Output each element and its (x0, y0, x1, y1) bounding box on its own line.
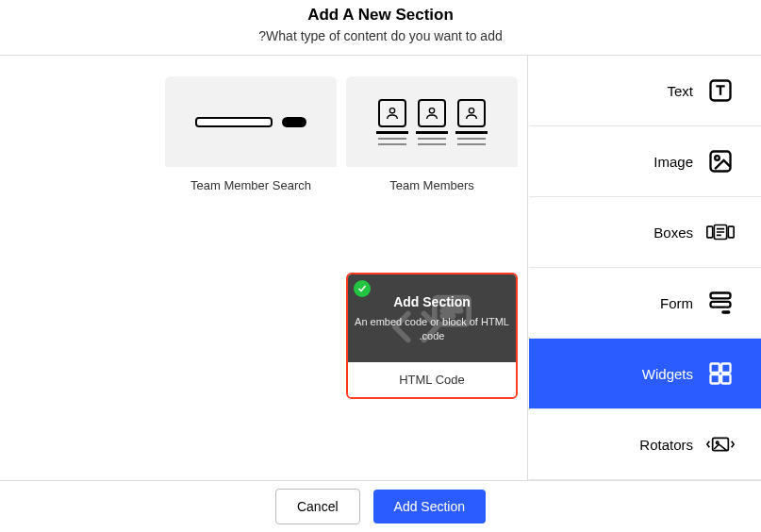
sidebar-item-label: Form (660, 295, 693, 311)
card-html-code[interactable]: Add Section An embed code or block of HT… (346, 273, 518, 399)
sidebar-item-label: Rotators (639, 437, 693, 453)
svg-rect-6 (711, 293, 731, 299)
add-section-modal: Add A New Section What type of content d… (0, 0, 761, 532)
modal-content: Text Image Boxes Form (0, 55, 761, 480)
form-icon (706, 289, 735, 317)
category-sidebar: Text Image Boxes Form (528, 56, 761, 480)
svg-rect-11 (711, 374, 720, 383)
card-label: HTML Code (348, 362, 516, 397)
card-team-member-search[interactable]: Team Member Search (165, 76, 337, 203)
card-preview (165, 76, 337, 167)
svg-rect-12 (721, 374, 730, 383)
sidebar-item-label: Text (667, 83, 693, 99)
svg-rect-7 (711, 302, 731, 308)
svg-point-2 (715, 156, 720, 160)
svg-point-15 (469, 108, 473, 112)
sidebar-item-boxes[interactable]: Boxes (529, 197, 761, 268)
card-label: Team Member Search (165, 167, 337, 203)
add-section-button[interactable]: Add Section (373, 490, 487, 524)
rotators-icon (706, 430, 735, 458)
card-preview: Add Section An embed code or block of HT… (348, 274, 516, 362)
svg-point-14 (716, 441, 719, 444)
overlay-title: Add Section (393, 294, 471, 309)
modal-subtitle: What type of content do you want to add? (0, 28, 761, 43)
card-preview (346, 76, 518, 167)
sidebar-item-label: Boxes (653, 224, 693, 241)
svg-rect-10 (721, 364, 730, 373)
sidebar-item-rotators[interactable]: Rotators (529, 409, 761, 480)
overlay-description: An embed code or block of HTML code. (354, 315, 510, 343)
widgets-icon (706, 359, 735, 388)
svg-rect-1 (711, 152, 731, 172)
svg-rect-8 (721, 310, 730, 314)
svg-point-17 (389, 108, 394, 112)
modal-footer: Add Section Cancel (0, 480, 761, 532)
check-icon (354, 280, 371, 297)
svg-rect-3 (707, 226, 713, 238)
sidebar-item-text[interactable]: Text (529, 56, 761, 126)
modal-header: Add A New Section What type of content d… (0, 0, 761, 55)
modal-title: Add A New Section (0, 6, 761, 25)
svg-rect-5 (728, 226, 734, 238)
text-icon (706, 76, 735, 105)
sidebar-item-image[interactable]: Image (529, 126, 761, 197)
sidebar-item-label: Image (653, 154, 693, 170)
card-team-members[interactable]: Team Members (346, 76, 518, 203)
svg-point-16 (429, 108, 434, 112)
selected-overlay: Add Section An embed code or block of HT… (348, 274, 516, 362)
widget-grid: Team Members Team Member Search Add Sec (0, 56, 528, 480)
svg-rect-9 (711, 364, 720, 373)
card-label: Team Members (346, 167, 518, 203)
image-icon (706, 147, 735, 175)
sidebar-item-label: Widgets (642, 366, 693, 382)
cancel-button[interactable]: Cancel (275, 489, 360, 524)
boxes-icon (706, 218, 735, 246)
sidebar-item-form[interactable]: Form (529, 268, 761, 339)
sidebar-item-widgets[interactable]: Widgets (529, 339, 761, 409)
